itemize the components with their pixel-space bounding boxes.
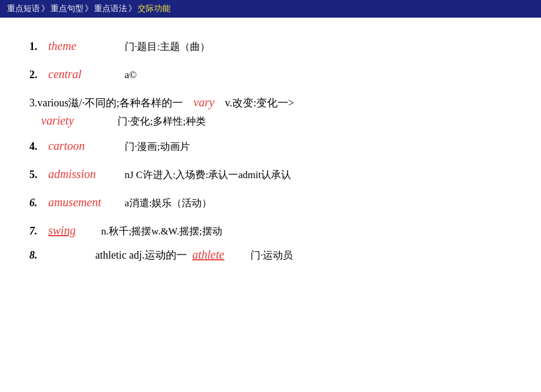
nav-sep-2: 》 [85,4,93,14]
item-8-prefix: athletic adj.运动的一 [95,248,187,262]
def-theme: 门·题目:主题（曲） [125,38,210,56]
def-amusement: a消遣:娱乐（活动） [125,195,212,213]
item-number-2: 2. [29,65,48,84]
def-swing: n.秋千;摇摆w.&W.摇摆;摆动 [101,223,222,241]
item-number-8: 8. [29,249,48,262]
def-vary: v.改变:变化一> [225,97,294,109]
vocab-item-7: 7. swing n.秋千;摇摆w.&W.摇摆;摆动 [29,220,512,241]
vocab-item-4: 4. cartoon 门·漫画;动画片 [29,135,512,156]
keyword-variety: variety [41,114,112,128]
vocab-item-2: 2. central a© [29,63,512,85]
nav-sep-1: 》 [41,4,49,14]
keyword-admission: admission [48,163,119,185]
keyword-central: central [48,63,119,85]
def-variety: 门·变化;多样性;种类 [118,115,206,128]
item-number-1: 1. [29,37,48,56]
nav-item-1[interactable]: 重点短语 [7,4,40,14]
vocab-item-8: 8. athletic adj.运动的一 athlete 门·运动员 [29,248,512,262]
keyword-vary: vary [193,96,215,109]
keyword-swing: swing [48,220,95,241]
keyword-theme: theme [48,35,119,56]
item-number-6: 6. [29,193,48,212]
nav-sep-3: 》 [128,4,136,14]
item-number-5: 5. [29,165,48,184]
item-number-4: 4. [29,137,48,156]
nav-item-3[interactable]: 重点语法 [94,4,127,14]
def-cartoon: 门·漫画;动画片 [125,138,190,156]
nav-item-4-active[interactable]: 交际功能 [138,4,171,14]
keyword-cartoon: cartoon [48,135,119,156]
item-number-7: 7. [29,222,48,240]
nav-item-2[interactable]: 重点句型 [51,4,84,14]
nav-bar: 重点短语 》 重点句型 》 重点语法 》 交际功能 [0,0,541,18]
def-athlete: 门·运动员 [251,249,293,262]
vocab-item-6: 6. amusement a消遣:娱乐（活动） [29,192,512,213]
vocab-item-3-row2: variety 门·变化;多样性;种类 [41,114,512,128]
content-area: 1. theme 门·题目:主题（曲） 2. central a© 3.vari… [0,18,541,281]
vocab-item-5: 5. admission nJ C许进入:入场费:承认一admit认承认 [29,163,512,185]
item-3-prefix: 3.various滋/·不同的;各种各样的一 [29,97,183,109]
def-admission: nJ C许进入:入场费:承认一admit认承认 [125,166,291,185]
keyword-amusement: amusement [48,192,119,213]
keyword-athlete: athlete [192,248,239,262]
vocab-item-3-row1: 3.various滋/·不同的;各种各样的一 vary v.改变:变化一> [29,92,512,113]
vocab-item-1: 1. theme 门·题目:主题（曲） [29,35,512,56]
def-central: a© [125,66,136,85]
